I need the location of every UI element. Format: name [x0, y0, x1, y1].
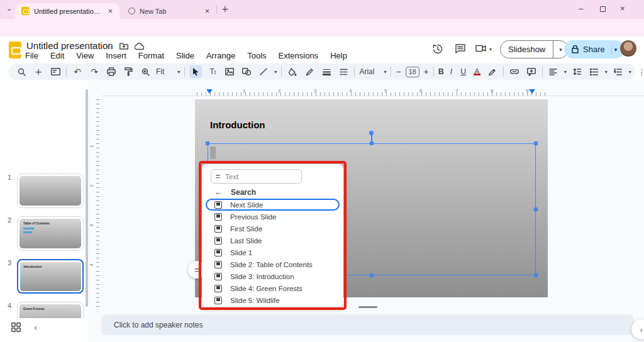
redo-icon[interactable]: ↷	[88, 65, 101, 78]
menu-edit[interactable]: Edit	[50, 51, 64, 60]
add-comment-icon[interactable]	[525, 65, 538, 78]
select-tool-icon[interactable]	[189, 65, 202, 78]
print-icon[interactable]	[105, 65, 118, 78]
resize-handle-tr[interactable]	[534, 141, 538, 145]
popup-item-first-slide[interactable]: First Slide	[206, 223, 340, 234]
popup-item-last-slide[interactable]: Last Slide	[206, 234, 340, 246]
fill-color-icon[interactable]	[286, 65, 299, 78]
slides-logo-icon[interactable]	[9, 41, 21, 58]
menu-tools[interactable]: Tools	[247, 51, 266, 60]
menu-view[interactable]: View	[76, 51, 94, 60]
filmstrip-scrollbar[interactable]	[86, 89, 88, 307]
border-weight-icon[interactable]	[320, 65, 333, 78]
text-box-icon[interactable]: Tt	[206, 65, 219, 78]
tab-close-icon[interactable]: ×	[205, 7, 209, 16]
popup-item-slide-2[interactable]: Slide 2: Table of Contents	[206, 258, 340, 270]
indent-marker-left[interactable]	[206, 89, 213, 94]
resize-handle-tl[interactable]	[206, 141, 209, 145]
meet-camera-icon[interactable]	[475, 45, 486, 52]
window-minimize-icon[interactable]: –	[579, 4, 583, 13]
new-slide-layout-icon[interactable]	[49, 65, 62, 78]
tab-new-tab[interactable]: New Tab ×	[123, 3, 216, 19]
cloud-saved-icon[interactable]	[135, 43, 144, 50]
font-size-input[interactable]: 18	[406, 67, 419, 77]
slide-thumbnail-3-selected[interactable]: Introduction	[17, 259, 84, 294]
zoom-icon[interactable]	[139, 65, 152, 78]
link-text-input[interactable]	[225, 173, 288, 180]
insert-shape-icon[interactable]	[240, 65, 253, 78]
speaker-notes-bar[interactable]: Click to add speaker notes	[101, 314, 634, 335]
comments-icon[interactable]	[455, 44, 465, 53]
border-dash-icon[interactable]	[337, 65, 350, 78]
tab-search-icon[interactable]: ⌄	[6, 5, 12, 12]
border-color-icon[interactable]	[303, 65, 316, 78]
search-back-row[interactable]: ← Search	[214, 187, 256, 197]
font-dropdown-icon[interactable]: ▾	[384, 69, 386, 75]
indent-marker-right[interactable]	[529, 89, 535, 94]
line-spacing-icon[interactable]	[571, 65, 584, 78]
zoom-select[interactable]: Fit	[156, 67, 164, 76]
zoom-dropdown-icon[interactable]: ▾	[177, 69, 180, 75]
slide-title-text[interactable]: Introduction	[210, 119, 265, 130]
toolbar-more-icon[interactable]: ⋮	[636, 68, 644, 76]
horizontal-scroll-dash[interactable]	[358, 306, 377, 308]
window-close-icon[interactable]: ×	[620, 4, 625, 13]
italic-icon[interactable]: I	[448, 67, 454, 76]
line-dropdown-icon[interactable]: ▾	[274, 69, 277, 75]
insert-line-icon[interactable]	[257, 65, 270, 78]
highlight-color-icon[interactable]	[486, 65, 499, 78]
back-arrow-icon[interactable]: ←	[214, 187, 223, 197]
slide-thumbnail-1[interactable]	[17, 174, 84, 208]
numbered-list-dropdown-icon[interactable]: ▾	[629, 69, 631, 75]
camera-dropdown-icon[interactable]: ▾	[489, 47, 492, 52]
underline-icon[interactable]: U	[458, 67, 468, 76]
font-size-increase-icon[interactable]: +	[424, 67, 429, 77]
bulleted-list-icon[interactable]	[588, 65, 601, 78]
insert-image-icon[interactable]	[223, 65, 236, 78]
popup-item-slide-3[interactable]: Slide 3: Introduction	[206, 270, 340, 282]
bold-icon[interactable]: B	[438, 67, 444, 76]
resize-handle-rm[interactable]	[534, 207, 538, 211]
window-maximize-icon[interactable]	[600, 6, 606, 12]
menu-slide[interactable]: Slide	[176, 51, 194, 60]
align-dropdown-icon[interactable]: ▾	[564, 69, 567, 75]
collapse-filmstrip-icon[interactable]: ‹	[34, 323, 38, 332]
align-icon[interactable]	[547, 65, 560, 78]
menu-insert[interactable]: Insert	[106, 51, 126, 60]
undo-icon[interactable]: ↶	[71, 65, 84, 78]
document-title[interactable]: Untitled presentation	[26, 40, 113, 51]
new-slide-icon[interactable]: +	[32, 65, 45, 78]
insert-link-icon[interactable]	[508, 65, 521, 78]
popup-item-next-slide[interactable]: Next Slide	[206, 199, 340, 211]
popup-item-slide-1[interactable]: Slide 1	[206, 246, 340, 258]
menu-extensions[interactable]: Extensions	[279, 51, 319, 60]
menu-file[interactable]: File	[25, 51, 38, 60]
share-dropdown-icon[interactable]: ▾	[611, 45, 618, 55]
tab-close-icon[interactable]: ×	[108, 7, 113, 16]
account-avatar[interactable]	[620, 40, 636, 57]
new-tab-icon[interactable]: +	[221, 4, 229, 13]
resize-handle-bm[interactable]	[370, 273, 374, 277]
grid-view-icon[interactable]	[11, 323, 21, 332]
menu-help[interactable]: Help	[330, 51, 347, 60]
bulleted-list-dropdown-icon[interactable]: ▾	[605, 69, 608, 75]
resize-handle-tm[interactable]	[370, 141, 374, 145]
star-document-icon[interactable]: ☆	[106, 42, 113, 52]
rotation-handle[interactable]	[369, 131, 374, 135]
popup-item-slide-4[interactable]: Slide 4: Green Forests	[206, 282, 340, 294]
tab-active[interactable]: Untitled presentation - Google ×	[15, 3, 119, 19]
popup-item-previous-slide[interactable]: Previous Slide	[206, 211, 340, 223]
menu-arrange[interactable]: Arrange	[206, 51, 235, 60]
text-color-icon[interactable]: A	[472, 67, 481, 76]
share-button[interactable]: Share ▾	[564, 40, 625, 58]
slide-thumbnail-2[interactable]: Table of Contents	[17, 216, 84, 251]
slideshow-button[interactable]: Slideshow ▾	[500, 40, 569, 58]
font-size-decrease-icon[interactable]: −	[396, 67, 401, 77]
numbered-list-icon[interactable]	[612, 65, 625, 78]
menu-format[interactable]: Format	[138, 51, 164, 60]
search-menus-icon[interactable]	[15, 65, 28, 78]
resize-handle-br[interactable]	[534, 273, 538, 277]
font-family-select[interactable]: Arial	[359, 67, 374, 76]
version-history-icon[interactable]	[433, 44, 443, 54]
popup-item-slide-5[interactable]: Slide 5: Wildlife	[206, 294, 340, 306]
